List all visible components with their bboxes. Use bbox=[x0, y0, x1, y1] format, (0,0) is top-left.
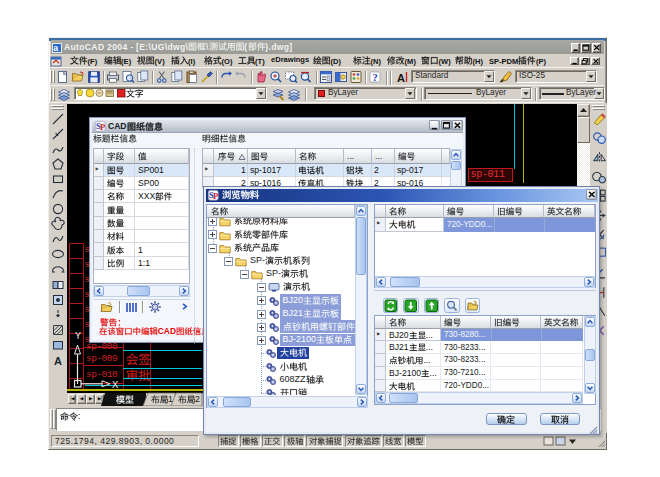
svg-text:P: P bbox=[213, 191, 218, 201]
svg-text:?: ? bbox=[372, 72, 377, 83]
svg-text:A: A bbox=[397, 71, 405, 83]
svg-text:A: A bbox=[54, 355, 62, 367]
svg-text:X: X bbox=[112, 379, 119, 391]
svg-text:P: P bbox=[100, 122, 105, 132]
svg-text:Y: Y bbox=[75, 331, 81, 342]
